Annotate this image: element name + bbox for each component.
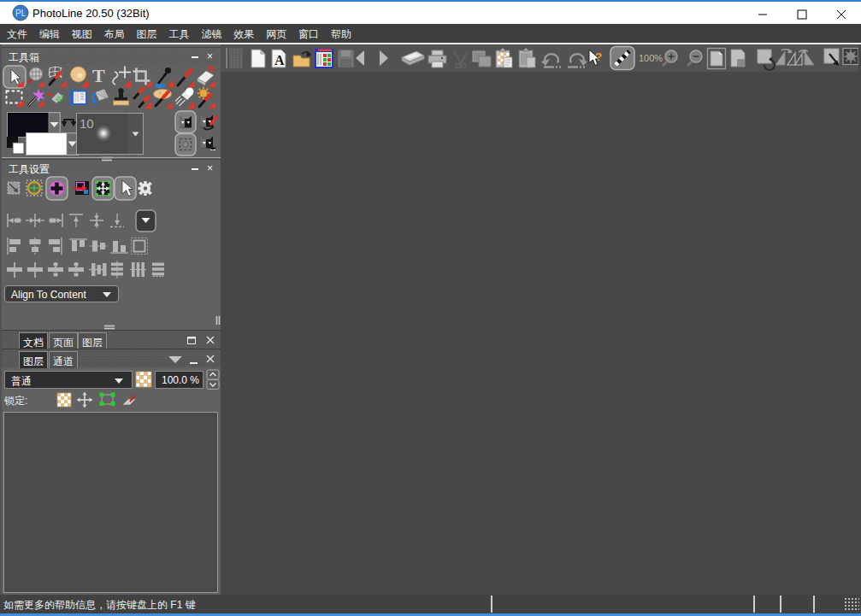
svg-text:T: T: [92, 65, 105, 86]
svg-text:PL: PL: [15, 9, 27, 18]
svg-text:?: ?: [595, 50, 602, 63]
svg-text:A: A: [274, 53, 285, 67]
svg-text:10: 10: [80, 116, 94, 131]
svg-text:100%: 100%: [639, 53, 663, 63]
